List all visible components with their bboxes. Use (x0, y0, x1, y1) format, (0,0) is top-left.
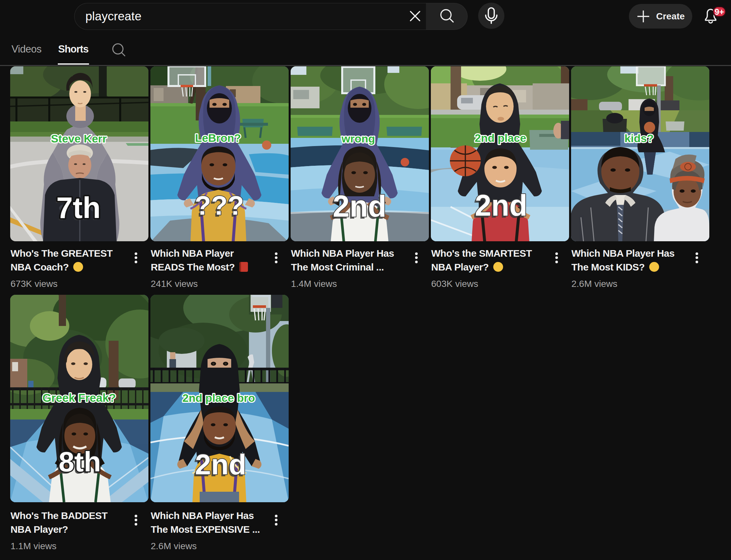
svg-text:2nd place: 2nd place (475, 132, 527, 144)
svg-text:Steve Kerr: Steve Kerr (51, 132, 107, 145)
svg-text:2nd: 2nd (195, 448, 246, 481)
svg-text:2nd: 2nd (333, 189, 387, 223)
svg-text:???: ??? (195, 190, 244, 220)
svg-text:2nd place bro: 2nd place bro (182, 392, 255, 404)
svg-text:2nd: 2nd (475, 189, 527, 222)
svg-text:Greek Freak?: Greek Freak? (42, 391, 116, 404)
svg-text:8th: 8th (59, 446, 101, 477)
svg-text:wrong: wrong (341, 132, 375, 145)
svg-text:LeBron?: LeBron? (195, 132, 241, 144)
svg-text:7th: 7th (56, 191, 101, 224)
svg-text:kids?: kids? (625, 132, 654, 144)
